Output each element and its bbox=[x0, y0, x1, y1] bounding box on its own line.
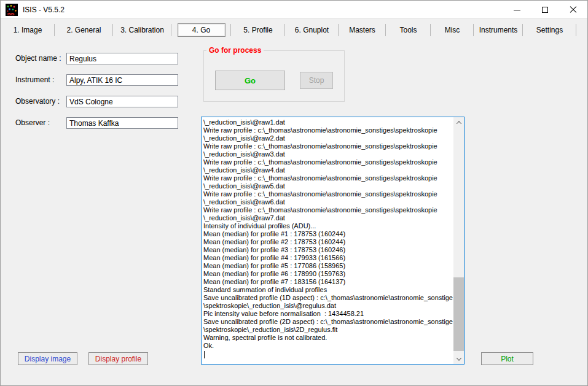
observatory-input[interactable] bbox=[66, 96, 178, 107]
tab-label: Masters bbox=[348, 23, 377, 37]
go-for-process-title: Go for process bbox=[206, 46, 264, 55]
maximize-button[interactable] bbox=[531, 1, 559, 19]
tab-instruments[interactable]: Instruments bbox=[474, 20, 523, 41]
close-icon bbox=[570, 6, 577, 14]
go-for-process-group: Go for process Go Stop bbox=[203, 50, 345, 102]
tab-label: 3. Calibration bbox=[119, 23, 165, 37]
tab-calibration[interactable]: 3. Calibration bbox=[113, 20, 171, 41]
app-window: ISIS ISIS - V5.5.2 1. Image 2. General 3… bbox=[0, 0, 588, 386]
app-icon: ISIS bbox=[6, 4, 18, 16]
tab-strip: 1. Image 2. General 3. Calibration 4. Go… bbox=[1, 20, 588, 41]
tab-image[interactable]: 1. Image bbox=[1, 20, 55, 41]
svg-text:ISIS: ISIS bbox=[7, 12, 14, 15]
display-profile-button[interactable]: Display profile bbox=[88, 352, 148, 365]
tab-label: 5. Profile bbox=[242, 23, 273, 37]
tab-label: 4. Go bbox=[178, 23, 225, 37]
tab-label: 2. General bbox=[65, 23, 102, 37]
scroll-down-button[interactable] bbox=[453, 353, 464, 364]
stop-button[interactable]: Stop bbox=[300, 72, 333, 89]
tab-label: 6. Gnuplot bbox=[294, 23, 330, 37]
tab-settings[interactable]: Settings bbox=[523, 20, 576, 41]
close-button[interactable] bbox=[559, 1, 587, 19]
instrument-label: Instrument : bbox=[15, 75, 54, 84]
scroll-up-button[interactable] bbox=[453, 117, 464, 128]
tab-label: Misc bbox=[444, 23, 461, 37]
process-log-text: \_reduction_isis\@raw1.dat Write raw pro… bbox=[203, 118, 453, 364]
process-log-textbox[interactable]: \_reduction_isis\@raw1.dat Write raw pro… bbox=[201, 117, 465, 365]
observatory-label: Observatory : bbox=[15, 97, 60, 106]
minimize-button[interactable] bbox=[503, 1, 531, 19]
observer-label: Observer : bbox=[15, 118, 50, 127]
instrument-input[interactable] bbox=[66, 74, 178, 86]
title-bar: ISIS ISIS - V5.5.2 bbox=[1, 1, 587, 19]
text-caret bbox=[204, 351, 205, 358]
go-button[interactable]: Go bbox=[215, 71, 285, 90]
tab-go[interactable]: 4. Go bbox=[171, 20, 231, 41]
log-scrollbar[interactable] bbox=[453, 117, 464, 364]
observer-input[interactable] bbox=[66, 117, 178, 129]
tab-misc[interactable]: Misc bbox=[431, 20, 474, 41]
tab-general[interactable]: 2. General bbox=[55, 20, 113, 41]
display-image-button[interactable]: Display image bbox=[18, 352, 77, 365]
object-name-label: Object name : bbox=[15, 54, 61, 63]
tab-label: Tools bbox=[398, 23, 418, 37]
object-name-input[interactable] bbox=[66, 53, 178, 64]
minimize-icon bbox=[514, 10, 520, 10]
tab-label: Settings bbox=[535, 23, 564, 37]
tab-masters[interactable]: Masters bbox=[339, 20, 386, 41]
tab-label: Instruments bbox=[478, 23, 519, 37]
plot-button[interactable]: Plot bbox=[481, 352, 533, 365]
tab-label: 1. Image bbox=[12, 23, 44, 37]
scrollbar-thumb[interactable] bbox=[453, 277, 464, 351]
tab-profile[interactable]: 5. Profile bbox=[231, 20, 285, 41]
maximize-icon bbox=[542, 7, 548, 13]
window-title: ISIS - V5.5.2 bbox=[23, 6, 65, 14]
tab-gnuplot[interactable]: 6. Gnuplot bbox=[285, 20, 339, 41]
chevron-down-icon bbox=[456, 355, 461, 360]
window-controls bbox=[503, 1, 587, 19]
chevron-up-icon bbox=[456, 121, 461, 126]
tab-tools[interactable]: Tools bbox=[386, 20, 431, 41]
